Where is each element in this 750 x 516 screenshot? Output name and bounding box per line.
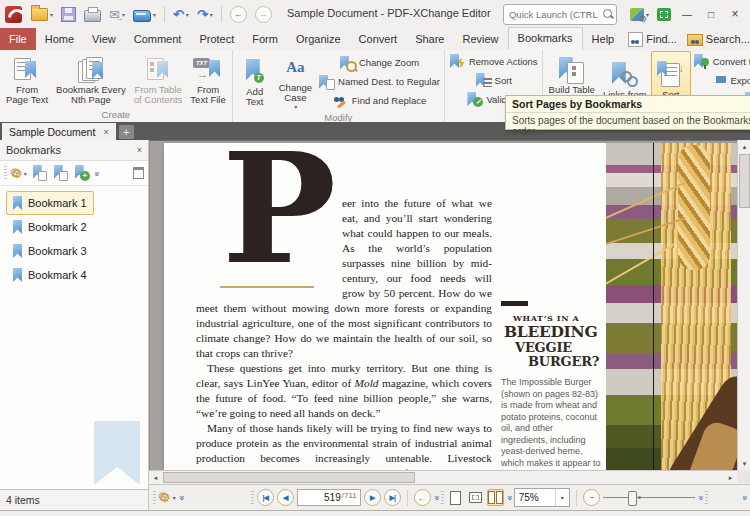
- close-tab-icon[interactable]: ×: [103, 127, 108, 137]
- document-viewport[interactable]: P eer into the future of what we eat, an…: [149, 140, 738, 471]
- previous-page-button[interactable]: ◀: [277, 489, 294, 506]
- change-case-button[interactable]: Aa ChangeCase: [275, 51, 316, 112]
- bookmark-add-icon: [73, 165, 90, 181]
- new-document-tab-button[interactable]: +: [119, 125, 134, 139]
- previous-view-button[interactable]: ←: [414, 489, 431, 506]
- fit-page-layout-button[interactable]: [467, 489, 484, 506]
- layout-options-button[interactable]: [507, 493, 511, 502]
- scan-button[interactable]: [130, 3, 159, 25]
- close-button[interactable]: ×: [724, 3, 746, 25]
- back-icon: ←: [230, 6, 247, 23]
- tab-share[interactable]: Share: [406, 28, 453, 50]
- more-tools-button[interactable]: [179, 493, 183, 502]
- more-toolbar-options-button[interactable]: [742, 493, 746, 502]
- zoom-level-select[interactable]: 75% ▾: [514, 488, 570, 507]
- bookmark-item-4[interactable]: Bookmark 4: [6, 263, 94, 287]
- tab-home[interactable]: Home: [36, 28, 83, 50]
- find-and-replace-button[interactable]: Find and Replace: [318, 92, 440, 110]
- chevron-down-icon: [176, 495, 185, 499]
- single-page-layout-button[interactable]: [447, 489, 464, 506]
- vertical-scroll-thumb[interactable]: [739, 154, 750, 208]
- export-to-html-button[interactable]: Export to HTML: [693, 71, 750, 89]
- horizontal-scrollbar[interactable]: [149, 470, 737, 484]
- remove-actions-button[interactable]: Remove Actions: [449, 52, 538, 70]
- tab-form[interactable]: Form: [243, 28, 287, 50]
- paragraph-1: P eer into the future of what we eat, an…: [196, 143, 492, 361]
- gear-icon: ⚙: [159, 491, 171, 504]
- two-page-icon-right: [496, 491, 503, 504]
- email-button[interactable]: ✉: [106, 3, 128, 25]
- two-page-layout-button[interactable]: [487, 489, 504, 506]
- tab-help[interactable]: Help: [583, 28, 624, 50]
- ui-options-button[interactable]: [627, 3, 652, 25]
- expand-bookmarks-button[interactable]: [31, 165, 48, 181]
- find-button[interactable]: Find...: [623, 28, 682, 50]
- zoom-options-button[interactable]: [698, 493, 702, 502]
- scroll-left-icon[interactable]: [149, 471, 162, 484]
- chevron-down-icon: [504, 495, 513, 499]
- bookmarks-options-button[interactable]: ⚙: [11, 167, 27, 180]
- view-options-button[interactable]: ⚙: [159, 491, 176, 504]
- gear-icon: ⚙: [11, 167, 23, 180]
- change-zoom-button[interactable]: Change Zoom: [318, 54, 440, 72]
- tab-protect[interactable]: Protect: [190, 28, 243, 50]
- next-page-button[interactable]: ▶: [364, 489, 381, 506]
- separator: [221, 6, 222, 22]
- from-table-of-contents-button: From Tableof Contents: [130, 51, 187, 109]
- bookmark-item-3[interactable]: Bookmark 3: [6, 239, 94, 263]
- scroll-right-icon[interactable]: [724, 471, 737, 484]
- zoom-slider[interactable]: [603, 489, 695, 506]
- bookmark-item-1[interactable]: Bookmark 1: [6, 191, 94, 215]
- collapse-bookmarks-button[interactable]: [52, 165, 69, 181]
- named-dest-to-regular-button[interactable]: Named Dest. to Regular: [318, 73, 440, 91]
- vertical-scrollbar[interactable]: [737, 140, 750, 470]
- minimize-button[interactable]: —: [676, 3, 698, 25]
- document-tab-sample-document[interactable]: Sample Document ×: [2, 123, 116, 140]
- save-button[interactable]: [58, 3, 79, 25]
- zoom-value: 75%: [515, 492, 555, 503]
- open-button[interactable]: [28, 3, 56, 25]
- quick-launch[interactable]: [503, 4, 617, 25]
- slider-handle[interactable]: [628, 491, 637, 506]
- zoom-out-button[interactable]: −: [583, 489, 600, 506]
- maximize-button[interactable]: □: [700, 3, 722, 25]
- scroll-up-icon[interactable]: [738, 140, 750, 153]
- print-button[interactable]: [81, 3, 104, 25]
- tab-file[interactable]: File: [0, 28, 36, 50]
- page-number-field[interactable]: 519 /711: [297, 489, 361, 506]
- scroll-down-icon[interactable]: [738, 457, 750, 470]
- convert-to-named-dest-button[interactable]: Convert to Named Dest.: [693, 52, 750, 70]
- quick-launch-input[interactable]: [504, 9, 599, 20]
- view-history-button[interactable]: [434, 493, 438, 502]
- tab-review[interactable]: Review: [453, 28, 507, 50]
- forward-button[interactable]: →: [252, 3, 275, 25]
- redo-button[interactable]: ↷: [194, 3, 216, 25]
- chevron-down-icon: [431, 495, 440, 499]
- new-bookmark-button[interactable]: [73, 165, 90, 181]
- dock-panel-button[interactable]: [133, 167, 144, 179]
- tab-comment[interactable]: Comment: [125, 28, 191, 50]
- tab-view[interactable]: View: [83, 28, 125, 50]
- last-page-button[interactable]: ▶|: [384, 489, 401, 506]
- tab-bookmarks[interactable]: Bookmarks: [508, 27, 583, 50]
- search-button[interactable]: Search...: [682, 28, 750, 50]
- close-panel-icon[interactable]: ×: [137, 145, 142, 155]
- undo-button[interactable]: ↶: [170, 3, 192, 25]
- tab-convert[interactable]: Convert: [350, 28, 407, 50]
- first-page-button[interactable]: |◀: [257, 489, 274, 506]
- page-bookmark-icon: [11, 56, 43, 84]
- add-text-button[interactable]: AddText: [235, 51, 275, 112]
- more-tools-button[interactable]: [94, 169, 98, 178]
- pdf-xchange-editor-window: ✉ ↶ ↷ ← → Sample Document - PDF-XChange …: [0, 0, 750, 516]
- tab-organize[interactable]: Organize: [287, 28, 350, 50]
- bookmark-sort-pages-icon: [655, 61, 687, 89]
- from-text-file-button[interactable]: TXT FromText File: [186, 51, 229, 109]
- sort-bookmarks-button[interactable]: Sort: [449, 71, 538, 89]
- horizontal-scroll-thumb[interactable]: [163, 472, 415, 483]
- fullscreen-button[interactable]: [654, 3, 674, 25]
- envelope-icon: ✉: [109, 8, 120, 21]
- from-page-text-button[interactable]: FromPage Text: [2, 51, 52, 109]
- bookmark-item-2[interactable]: Bookmark 2: [6, 215, 94, 239]
- bookmark-every-nth-page-button[interactable]: Bookmark EveryNth Page: [52, 51, 130, 109]
- back-button[interactable]: ←: [227, 3, 250, 25]
